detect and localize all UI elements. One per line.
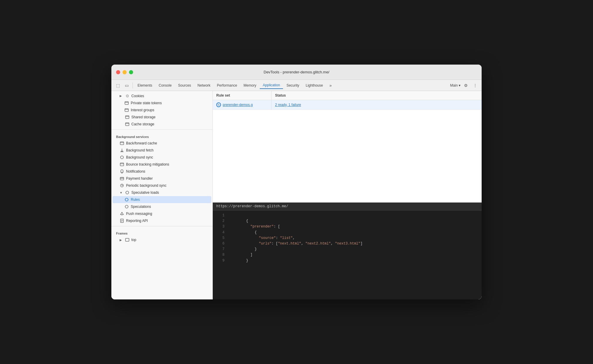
rule-set-link[interactable]: prerender-demos.g — [223, 103, 253, 107]
tab-console[interactable]: Console — [156, 82, 175, 89]
top-frame-arrow-icon: ▶ — [120, 238, 123, 242]
maximize-button[interactable] — [129, 70, 133, 74]
background-fetch-icon — [120, 148, 124, 152]
sidebar-item-cache-storage[interactable]: Cache storage — [113, 121, 211, 128]
tab-application[interactable]: Application — [260, 82, 283, 89]
sidebar-item-speculations[interactable]: Speculations — [113, 203, 211, 210]
settings-icon[interactable]: ⚙ — [462, 81, 470, 90]
code-line-1: 1 — [213, 213, 482, 218]
payment-handler-icon — [120, 177, 124, 180]
titlebar: DevTools - prerender-demos.glitch.me/ — [111, 65, 482, 80]
svg-rect-0 — [125, 102, 128, 105]
sidebar-item-notifications[interactable]: Notifications — [113, 168, 211, 175]
background-sync-icon — [120, 155, 124, 159]
more-options-icon[interactable]: ⋮ — [471, 81, 479, 90]
speculative-loads-arrow-icon: ▼ — [120, 191, 123, 194]
window-title: DevTools - prerender-demos.glitch.me/ — [264, 70, 329, 74]
sidebar-item-payment-handler[interactable]: Payment handler — [113, 175, 211, 182]
sidebar-item-periodic-bg-sync[interactable]: Periodic background sync — [113, 182, 211, 189]
reporting-api-icon — [120, 219, 124, 223]
code-line-6: 6 "urls": ["next.html", "next2.html", "n… — [213, 241, 482, 247]
content-area: Rule set Status ↻ prerender-demos.g 2 re… — [213, 91, 482, 299]
sidebar-item-cookies[interactable]: ▶ ⊙ Cookies — [113, 92, 211, 100]
private-state-icon — [124, 101, 129, 105]
speculative-loads-icon — [125, 191, 130, 195]
main-layout: ▶ ⊙ Cookies Private state tokens — [111, 91, 482, 299]
tab-right-buttons: Main ▾ ⚙ ⋮ — [450, 81, 479, 90]
sidebar-item-rules[interactable]: Rules — [113, 196, 211, 203]
code-line-7: 7 } — [213, 247, 482, 252]
svg-rect-20 — [125, 238, 129, 241]
tab-lighthouse[interactable]: Lighthouse — [303, 82, 326, 89]
top-frame-icon — [125, 238, 130, 242]
rule-set-icon: ↻ — [216, 102, 221, 107]
sidebar-item-push-messaging[interactable]: Push messaging — [113, 210, 211, 217]
bounce-tracking-icon — [120, 163, 124, 166]
speculations-icon — [124, 205, 129, 209]
minimize-button[interactable] — [123, 70, 127, 74]
interest-groups-icon — [124, 108, 129, 112]
col-status-header: Status — [272, 91, 482, 100]
sidebar-item-back-forward-cache[interactable]: Back/forward cache — [113, 140, 211, 147]
svg-rect-8 — [120, 142, 124, 145]
push-messaging-icon — [120, 212, 124, 216]
sidebar-item-speculative-loads[interactable]: ▼ Speculative loads — [113, 189, 211, 196]
devtools-tab-bar: ⬚ ▭ Elements Console Sources Network Per… — [111, 80, 482, 91]
more-tabs-icon[interactable]: » — [326, 81, 335, 90]
svg-rect-10 — [120, 163, 124, 166]
status-cell[interactable]: 2 ready, 1 failure — [272, 100, 482, 109]
svg-rect-2 — [125, 109, 128, 112]
tab-sources[interactable]: Sources — [175, 82, 194, 89]
svg-point-15 — [122, 215, 122, 215]
sidebar-item-shared-storage[interactable]: Shared storage — [113, 114, 211, 121]
back-forward-icon — [120, 141, 124, 145]
cache-storage-icon — [125, 122, 130, 126]
tab-network[interactable]: Network — [195, 82, 213, 89]
svg-rect-4 — [125, 116, 129, 119]
sidebar-item-bounce-tracking[interactable]: Bounce tracking mitigations — [113, 161, 211, 168]
notifications-icon — [120, 169, 124, 173]
code-line-8: 8 ] — [213, 252, 482, 258]
tab-performance[interactable]: Performance — [214, 82, 240, 89]
shared-storage-icon — [125, 115, 130, 119]
cursor-icon[interactable]: ⬚ — [114, 81, 122, 90]
code-section: https://prerender-demos.glitch.me/ 1 2 {… — [213, 203, 482, 299]
sidebar-item-interest-groups[interactable]: Interest groups — [113, 107, 211, 114]
tab-elements[interactable]: Elements — [135, 82, 155, 89]
sidebar-item-background-fetch[interactable]: Background fetch — [113, 147, 211, 154]
sidebar-item-top-frame[interactable]: ▶ top — [113, 236, 211, 243]
col-rule-set-header: Rule set — [213, 91, 272, 100]
code-line-9: 9 } — [213, 258, 482, 264]
rule-set-cell[interactable]: ↻ prerender-demos.g — [213, 100, 272, 109]
bg-services-header: Background services — [111, 132, 212, 140]
table-row[interactable]: ↻ prerender-demos.g 2 ready, 1 failure — [213, 100, 482, 110]
frames-header: Frames — [111, 228, 212, 236]
close-button[interactable] — [116, 70, 120, 74]
rules-icon — [124, 198, 129, 202]
sidebar-item-reporting-api[interactable]: Reporting API — [113, 217, 211, 224]
periodic-bg-sync-icon — [120, 183, 124, 188]
cookies-arrow-icon: ▶ — [120, 94, 123, 97]
devtools-window: DevTools - prerender-demos.glitch.me/ ⬚ … — [111, 65, 482, 299]
sidebar-item-private-state-tokens[interactable]: Private state tokens — [113, 100, 211, 107]
code-line-3: 3 "prerender": [ — [213, 224, 482, 230]
traffic-lights — [116, 70, 133, 74]
svg-rect-6 — [125, 123, 129, 126]
code-line-4: 4 { — [213, 230, 482, 235]
table-section: Rule set Status ↻ prerender-demos.g 2 re… — [213, 91, 482, 203]
code-content[interactable]: 1 2 { 3 "prerender": [ 4 — [213, 210, 482, 299]
svg-rect-12 — [120, 177, 124, 180]
code-url-bar: https://prerender-demos.glitch.me/ — [213, 203, 482, 210]
tab-memory[interactable]: Memory — [241, 82, 259, 89]
tab-security[interactable]: Security — [284, 82, 302, 89]
status-link[interactable]: 2 ready, 1 failure — [275, 103, 301, 107]
table-header: Rule set Status — [213, 91, 482, 100]
sidebar-item-background-sync[interactable]: Background sync — [113, 154, 211, 161]
code-line-5: 5 "source": "list", — [213, 235, 482, 241]
device-icon[interactable]: ▭ — [123, 81, 131, 90]
main-dropdown[interactable]: Main ▾ — [450, 83, 460, 87]
sidebar: ▶ ⊙ Cookies Private state tokens — [111, 91, 213, 299]
cookies-icon: ⊙ — [125, 94, 130, 98]
code-line-2: 2 { — [213, 218, 482, 224]
